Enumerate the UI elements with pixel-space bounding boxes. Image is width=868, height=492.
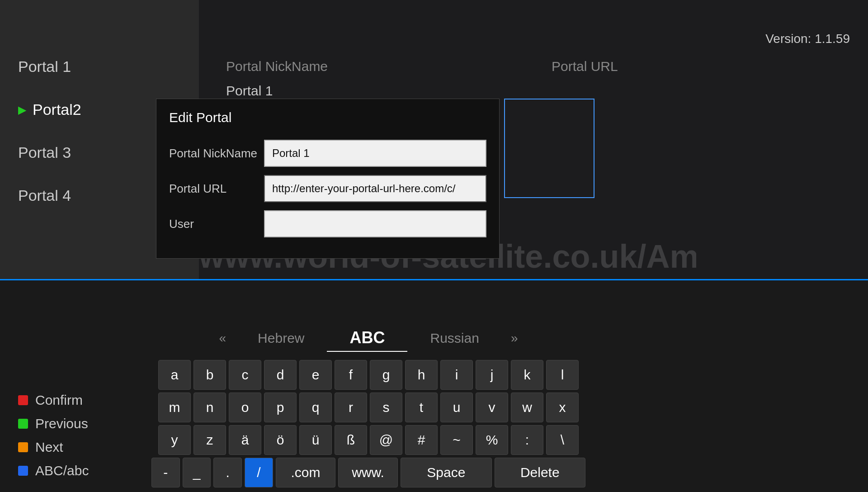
key-percent[interactable]: % (476, 425, 508, 455)
lang-arrow-right[interactable]: » (502, 331, 527, 345)
field-label-nickname: Portal NickName (169, 147, 264, 161)
key-y[interactable]: y (158, 425, 191, 455)
key-a-umlaut[interactable]: ä (229, 425, 261, 455)
key-s[interactable]: s (370, 393, 402, 422)
edit-portal-dialog: Edit Portal Portal NickName Portal URL U… (156, 99, 500, 259)
key-i[interactable]: i (440, 360, 473, 390)
key-o-umlaut[interactable]: ö (264, 425, 297, 455)
col-url-header: Portal URL (552, 50, 841, 83)
key-r[interactable]: r (335, 393, 367, 422)
lang-tab-hebrew[interactable]: Hebrew (235, 327, 327, 350)
version-label: Version: 1.1.59 (765, 32, 850, 46)
key-space[interactable]: Space (401, 458, 491, 487)
key-k[interactable]: k (511, 360, 543, 390)
key-tilde[interactable]: ~ (440, 425, 473, 455)
lang-tab-russian[interactable]: Russian (407, 327, 501, 350)
field-label-user: User (169, 217, 264, 231)
form-row-nickname: Portal NickName (169, 140, 486, 167)
keys-row-1: a b c d e f g h i j k l (151, 360, 585, 390)
dot-green (18, 419, 28, 429)
dialog-title: Edit Portal (169, 110, 486, 129)
table-col-nickname: Portal NickName Portal 1 (226, 50, 515, 99)
keyboard-area: Confirm Previous Next ABC/abc « Hebrew A… (0, 280, 868, 492)
legend-confirm: Confirm (18, 393, 89, 408)
key-o[interactable]: o (229, 393, 261, 422)
key-sharp-s[interactable]: ß (335, 425, 367, 455)
field-input-user[interactable] (264, 210, 486, 237)
portal-4-label: Portal 4 (18, 187, 71, 204)
field-input-nickname[interactable] (264, 140, 486, 167)
play-icon-portal2: ▶ (18, 104, 26, 116)
dot-red (18, 395, 28, 405)
key-hash[interactable]: # (405, 425, 438, 455)
portal-item-1[interactable]: Portal 1 (0, 45, 199, 88)
portal-2-label: Portal2 (33, 101, 81, 118)
key-at[interactable]: @ (370, 425, 402, 455)
key-dot[interactable]: . (213, 458, 242, 487)
lang-tab-abc[interactable]: ABC (327, 325, 407, 352)
legend-next-label: Next (35, 440, 63, 455)
key-t[interactable]: t (405, 393, 438, 422)
legend-confirm-label: Confirm (35, 393, 83, 408)
lang-arrow-left[interactable]: « (210, 331, 236, 345)
key-slash[interactable]: / (245, 458, 273, 487)
field-input-url[interactable] (264, 175, 486, 202)
dot-blue (18, 466, 28, 476)
legend: Confirm Previous Next ABC/abc (18, 393, 89, 478)
form-row-url: Portal URL (169, 175, 486, 202)
key-q[interactable]: q (299, 393, 332, 422)
key-m[interactable]: m (158, 393, 191, 422)
field-label-url: Portal URL (169, 182, 264, 196)
key-e[interactable]: e (299, 360, 332, 390)
key-g[interactable]: g (370, 360, 402, 390)
key-colon[interactable]: : (511, 425, 543, 455)
keyboard-container: « Hebrew ABC Russian » a b c d e f g h i… (151, 321, 585, 487)
key-underscore[interactable]: _ (183, 458, 211, 487)
legend-previous: Previous (18, 416, 89, 431)
col-nickname-header: Portal NickName (226, 50, 515, 83)
portal-1-label: Portal 1 (18, 58, 71, 76)
key-b[interactable]: b (193, 360, 226, 390)
key-u[interactable]: u (440, 393, 473, 422)
key-a[interactable]: a (158, 360, 191, 390)
key-x[interactable]: x (546, 393, 579, 422)
key-f[interactable]: f (335, 360, 367, 390)
key-v[interactable]: v (476, 393, 508, 422)
table-col-url: Portal URL (552, 50, 841, 99)
keys-row-2: m n o p q r s t u v w x (151, 393, 585, 422)
col-nickname-value: Portal 1 (226, 83, 515, 99)
key-z[interactable]: z (193, 425, 226, 455)
language-tabs: « Hebrew ABC Russian » (151, 321, 585, 355)
key-dotcom[interactable]: .com (276, 458, 335, 487)
key-backslash[interactable]: \ (546, 425, 579, 455)
portal-3-label: Portal 3 (18, 144, 71, 161)
keys-grid: a b c d e f g h i j k l m n o p q r (151, 360, 585, 487)
key-w[interactable]: w (511, 393, 543, 422)
legend-previous-label: Previous (35, 416, 88, 431)
key-n[interactable]: n (193, 393, 226, 422)
legend-abc-label: ABC/abc (35, 463, 89, 478)
key-u-umlaut[interactable]: ü (299, 425, 332, 455)
key-l[interactable]: l (546, 360, 579, 390)
legend-next: Next (18, 440, 89, 455)
key-www[interactable]: www. (338, 458, 398, 487)
form-row-user: User (169, 210, 486, 237)
key-j[interactable]: j (476, 360, 508, 390)
dot-orange (18, 442, 28, 452)
keys-row-4: - _ . / .com www. Space Delete (151, 458, 585, 487)
key-minus[interactable]: - (151, 458, 180, 487)
legend-abc: ABC/abc (18, 463, 89, 478)
key-h[interactable]: h (405, 360, 438, 390)
key-delete[interactable]: Delete (495, 458, 585, 487)
keys-row-3: y z ä ö ü ß @ # ~ % : \ (151, 425, 585, 455)
right-frame-border (504, 99, 594, 198)
key-p[interactable]: p (264, 393, 297, 422)
key-d[interactable]: d (264, 360, 297, 390)
key-c[interactable]: c (229, 360, 261, 390)
top-table: Portal NickName Portal 1 Portal URL (199, 50, 868, 99)
